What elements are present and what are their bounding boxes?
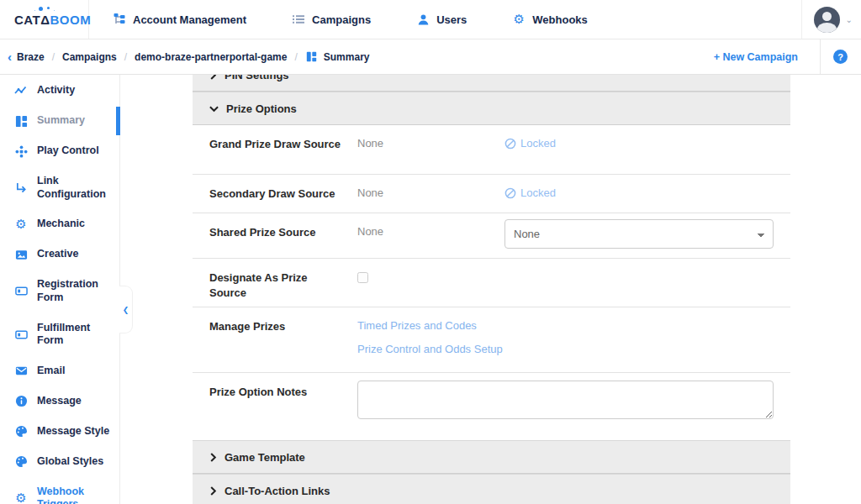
sidebar-item-global-styles[interactable]: Global Styles [0, 447, 119, 477]
gear-icon: ⚙ [14, 218, 28, 231]
logo-dots-decoration [39, 7, 43, 11]
avatar[interactable] [814, 7, 840, 33]
sidebar-item-label: Fulfillment Form [37, 322, 114, 348]
list-icon [292, 13, 305, 26]
avatar-silhouette-body [817, 23, 837, 33]
field-label: Shared Prize Source [209, 225, 344, 240]
section-label: PIN Settings [224, 75, 289, 81]
top-header: CATΔBOOM Account Management Campaigns Us… [0, 0, 861, 39]
locked-link[interactable]: Locked [504, 137, 790, 150]
nav-item-campaigns[interactable]: Campaigns [292, 13, 371, 26]
form-icon [14, 285, 28, 298]
chevron-down-icon [209, 105, 219, 113]
info-icon [14, 395, 28, 408]
dashboard-icon [305, 50, 319, 64]
locked-link[interactable]: Locked [504, 186, 790, 199]
logo-delta: Δ [40, 13, 50, 27]
designate-prize-source-checkbox[interactable] [357, 272, 368, 283]
field-value: None [357, 186, 503, 199]
breadcrumb-braze[interactable]: Braze [17, 51, 45, 63]
palette-icon [14, 455, 28, 469]
sidebar-item-webhook-triggers[interactable]: ⚙ Webhook Triggers [0, 477, 119, 504]
back-chevron-icon[interactable]: ‹ [8, 50, 12, 63]
row-grand-prize-draw-source: Grand Prize Draw Source None Locked [193, 125, 790, 175]
sidebar-item-fulfillment-form[interactable]: Fulfillment Form [0, 313, 119, 356]
gear-icon: ⚙ [14, 491, 28, 504]
sidebar-item-label: Message Style [37, 425, 109, 438]
section-header-game-template[interactable]: Game Template [193, 440, 790, 474]
nav-item-account-management[interactable]: Account Management [113, 13, 246, 26]
nav-item-webhooks[interactable]: ⚙ Webhooks [512, 13, 588, 26]
link-arrow-icon [14, 181, 28, 195]
field-label: Grand Prize Draw Source [209, 137, 344, 152]
gear-icon: ⚙ [512, 13, 526, 26]
chevron-right-icon [209, 486, 217, 496]
sidebar-item-message-style[interactable]: Message Style [0, 417, 119, 447]
brand-logo[interactable]: CATΔBOOM [0, 0, 89, 39]
settings-panel: PIN Settings Prize Options Grand Prize D… [193, 75, 790, 504]
sidebar-item-creative[interactable]: Creative [0, 239, 119, 270]
sidebar-item-label: Play Control [37, 144, 99, 158]
divider [820, 39, 821, 74]
sidebar-item-registration-form[interactable]: Registration Form [0, 270, 119, 312]
user-icon [416, 13, 430, 26]
section-label: Call-To-Action Links [224, 485, 330, 497]
sidebar-item-label: Link Configuration [37, 175, 114, 201]
chevron-down-icon[interactable]: ⌄ [846, 15, 853, 24]
breadcrumb-campaign-name[interactable]: demo-braze-partnerportal-game [135, 51, 287, 63]
nav-label: Campaigns [312, 13, 371, 26]
row-secondary-draw-source: Secondary Draw Source None Locked [193, 175, 790, 213]
prize-control-link[interactable]: Prize Control and Odds Setup [357, 343, 503, 355]
activity-icon [14, 84, 28, 97]
new-campaign-button[interactable]: + New Campaign [714, 51, 820, 63]
nav-item-users[interactable]: Users [416, 13, 467, 26]
sidebar-item-label: Global Styles [37, 455, 103, 469]
form-icon [14, 328, 28, 341]
sitemap-icon [113, 13, 126, 26]
envelope-icon [14, 365, 28, 378]
sidebar-collapse-button[interactable]: ❮ [119, 286, 133, 333]
nav-label: Account Management [133, 13, 246, 26]
sidebar-item-link-configuration[interactable]: Link Configuration [0, 166, 119, 209]
sidebar-item-email[interactable]: Email [0, 356, 119, 386]
shared-prize-source-select[interactable]: None [504, 219, 774, 249]
sidebar-item-summary[interactable]: Summary [0, 106, 119, 136]
breadcrumb-separator: / [52, 51, 55, 63]
breadcrumb-summary[interactable]: Summary [305, 50, 370, 64]
sidebar-item-mechanic[interactable]: ⚙ Mechanic [0, 209, 119, 239]
section-label: Prize Options [226, 102, 297, 115]
prohibited-icon [504, 187, 516, 199]
field-label: Secondary Draw Source [209, 186, 344, 202]
prize-option-notes-textarea[interactable] [357, 381, 774, 419]
help-icon[interactable]: ? [833, 50, 848, 64]
section-header-pin-settings[interactable]: PIN Settings [193, 75, 790, 92]
breadcrumb: Braze / Campaigns / demo-braze-partnerpo… [17, 50, 369, 64]
section-header-prize-options[interactable]: Prize Options [193, 92, 790, 125]
sidebar: Activity Summary Play Control Link Confi… [0, 75, 120, 504]
breadcrumb-campaigns[interactable]: Campaigns [62, 51, 117, 63]
sidebar-item-label: Registration Form [37, 278, 114, 304]
sidebar-item-play-control[interactable]: Play Control [0, 136, 119, 166]
logo-boom: BOOM [50, 13, 92, 27]
locked-label: Locked [520, 137, 556, 150]
nav-label: Webhooks [532, 13, 588, 26]
section-header-call-to-action-links[interactable]: Call-To-Action Links [193, 474, 790, 504]
row-designate-as-prize-source: Designate As Prize Source [193, 259, 790, 307]
field-value: None [357, 225, 503, 238]
breadcrumb-summary-label: Summary [324, 51, 370, 63]
top-nav: Account Management Campaigns Users ⚙ Web… [89, 13, 588, 26]
sidebar-item-activity[interactable]: Activity [0, 76, 119, 106]
sidebar-item-label: Webhook Triggers [37, 486, 114, 504]
sidebar-item-message[interactable]: Message [0, 386, 119, 417]
breadcrumb-bar: ‹ Braze / Campaigns / demo-braze-partner… [0, 39, 861, 75]
sidebar-item-label: Creative [37, 248, 78, 261]
row-manage-prizes: Manage Prizes Timed Prizes and Codes Pri… [193, 307, 790, 373]
app-body: Activity Summary Play Control Link Confi… [0, 75, 861, 504]
brand-logo-text: CATΔBOOM [14, 13, 91, 27]
field-label: Designate As Prize Source [209, 270, 344, 301]
timed-prizes-link[interactable]: Timed Prizes and Codes [357, 319, 503, 332]
palette-icon [14, 425, 28, 438]
locked-label: Locked [520, 186, 556, 199]
chevron-right-icon [209, 453, 217, 462]
manage-prizes-links: Timed Prizes and Codes Prize Control and… [357, 319, 503, 355]
